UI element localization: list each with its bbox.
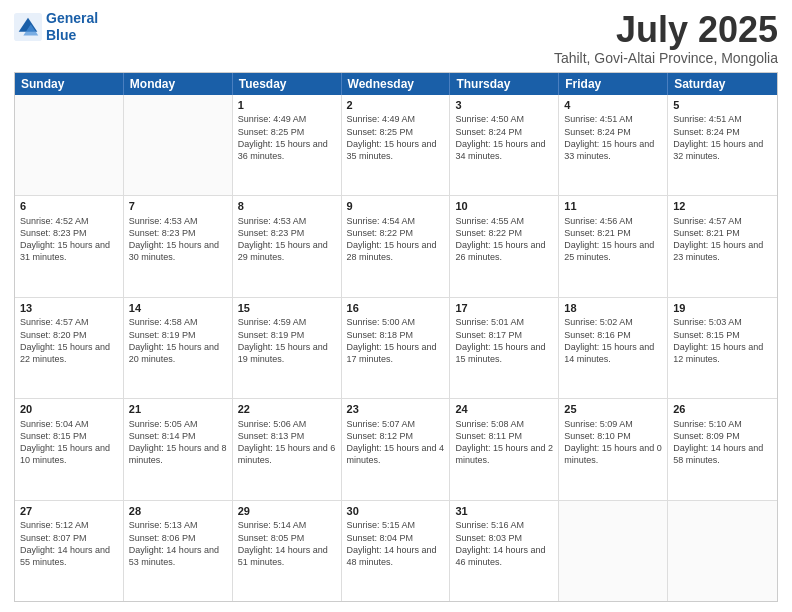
- day-cell-11: 11Sunrise: 4:56 AM Sunset: 8:21 PM Dayli…: [559, 196, 668, 296]
- cell-info: Sunrise: 4:56 AM Sunset: 8:21 PM Dayligh…: [564, 215, 662, 264]
- day-cell-20: 20Sunrise: 5:04 AM Sunset: 8:15 PM Dayli…: [15, 399, 124, 499]
- day-number: 19: [673, 301, 772, 316]
- main-title: July 2025: [554, 10, 778, 50]
- cell-info: Sunrise: 4:53 AM Sunset: 8:23 PM Dayligh…: [238, 215, 336, 264]
- day-number: 22: [238, 402, 336, 417]
- cell-info: Sunrise: 5:06 AM Sunset: 8:13 PM Dayligh…: [238, 418, 336, 467]
- day-number: 2: [347, 98, 445, 113]
- cell-info: Sunrise: 4:51 AM Sunset: 8:24 PM Dayligh…: [564, 113, 662, 162]
- day-number: 16: [347, 301, 445, 316]
- day-cell-23: 23Sunrise: 5:07 AM Sunset: 8:12 PM Dayli…: [342, 399, 451, 499]
- day-number: 18: [564, 301, 662, 316]
- cell-info: Sunrise: 5:16 AM Sunset: 8:03 PM Dayligh…: [455, 519, 553, 568]
- day-cell-25: 25Sunrise: 5:09 AM Sunset: 8:10 PM Dayli…: [559, 399, 668, 499]
- day-cell-3: 3Sunrise: 4:50 AM Sunset: 8:24 PM Daylig…: [450, 95, 559, 195]
- day-number: 27: [20, 504, 118, 519]
- cell-info: Sunrise: 5:03 AM Sunset: 8:15 PM Dayligh…: [673, 316, 772, 365]
- logo-icon: [14, 13, 42, 41]
- cell-info: Sunrise: 5:10 AM Sunset: 8:09 PM Dayligh…: [673, 418, 772, 467]
- cell-info: Sunrise: 4:51 AM Sunset: 8:24 PM Dayligh…: [673, 113, 772, 162]
- calendar-row-3: 13Sunrise: 4:57 AM Sunset: 8:20 PM Dayli…: [15, 298, 777, 399]
- cell-info: Sunrise: 4:57 AM Sunset: 8:20 PM Dayligh…: [20, 316, 118, 365]
- calendar: SundayMondayTuesdayWednesdayThursdayFrid…: [14, 72, 778, 602]
- day-cell-2: 2Sunrise: 4:49 AM Sunset: 8:25 PM Daylig…: [342, 95, 451, 195]
- day-cell-13: 13Sunrise: 4:57 AM Sunset: 8:20 PM Dayli…: [15, 298, 124, 398]
- cell-info: Sunrise: 5:14 AM Sunset: 8:05 PM Dayligh…: [238, 519, 336, 568]
- day-cell-15: 15Sunrise: 4:59 AM Sunset: 8:19 PM Dayli…: [233, 298, 342, 398]
- day-number: 20: [20, 402, 118, 417]
- calendar-header: SundayMondayTuesdayWednesdayThursdayFrid…: [15, 73, 777, 95]
- day-number: 7: [129, 199, 227, 214]
- day-cell-8: 8Sunrise: 4:53 AM Sunset: 8:23 PM Daylig…: [233, 196, 342, 296]
- day-cell-12: 12Sunrise: 4:57 AM Sunset: 8:21 PM Dayli…: [668, 196, 777, 296]
- day-cell-29: 29Sunrise: 5:14 AM Sunset: 8:05 PM Dayli…: [233, 501, 342, 601]
- cell-info: Sunrise: 5:01 AM Sunset: 8:17 PM Dayligh…: [455, 316, 553, 365]
- day-cell-6: 6Sunrise: 4:52 AM Sunset: 8:23 PM Daylig…: [15, 196, 124, 296]
- cell-info: Sunrise: 4:59 AM Sunset: 8:19 PM Dayligh…: [238, 316, 336, 365]
- day-number: 23: [347, 402, 445, 417]
- cell-info: Sunrise: 5:05 AM Sunset: 8:14 PM Dayligh…: [129, 418, 227, 467]
- day-cell-17: 17Sunrise: 5:01 AM Sunset: 8:17 PM Dayli…: [450, 298, 559, 398]
- cell-info: Sunrise: 5:04 AM Sunset: 8:15 PM Dayligh…: [20, 418, 118, 467]
- day-number: 11: [564, 199, 662, 214]
- day-number: 26: [673, 402, 772, 417]
- header: General Blue July 2025 Tahilt, Govi-Alta…: [14, 10, 778, 66]
- day-number: 25: [564, 402, 662, 417]
- day-number: 28: [129, 504, 227, 519]
- cell-info: Sunrise: 4:57 AM Sunset: 8:21 PM Dayligh…: [673, 215, 772, 264]
- logo-text: General Blue: [46, 10, 98, 44]
- day-cell-26: 26Sunrise: 5:10 AM Sunset: 8:09 PM Dayli…: [668, 399, 777, 499]
- cell-info: Sunrise: 5:02 AM Sunset: 8:16 PM Dayligh…: [564, 316, 662, 365]
- cell-info: Sunrise: 5:08 AM Sunset: 8:11 PM Dayligh…: [455, 418, 553, 467]
- day-number: 4: [564, 98, 662, 113]
- cell-info: Sunrise: 4:49 AM Sunset: 8:25 PM Dayligh…: [238, 113, 336, 162]
- header-day-monday: Monday: [124, 73, 233, 95]
- day-number: 1: [238, 98, 336, 113]
- empty-cell: [15, 95, 124, 195]
- logo: General Blue: [14, 10, 98, 44]
- day-cell-30: 30Sunrise: 5:15 AM Sunset: 8:04 PM Dayli…: [342, 501, 451, 601]
- day-number: 31: [455, 504, 553, 519]
- day-cell-19: 19Sunrise: 5:03 AM Sunset: 8:15 PM Dayli…: [668, 298, 777, 398]
- header-day-sunday: Sunday: [15, 73, 124, 95]
- cell-info: Sunrise: 5:15 AM Sunset: 8:04 PM Dayligh…: [347, 519, 445, 568]
- cell-info: Sunrise: 4:58 AM Sunset: 8:19 PM Dayligh…: [129, 316, 227, 365]
- cell-info: Sunrise: 4:49 AM Sunset: 8:25 PM Dayligh…: [347, 113, 445, 162]
- day-cell-24: 24Sunrise: 5:08 AM Sunset: 8:11 PM Dayli…: [450, 399, 559, 499]
- day-cell-14: 14Sunrise: 4:58 AM Sunset: 8:19 PM Dayli…: [124, 298, 233, 398]
- cell-info: Sunrise: 4:50 AM Sunset: 8:24 PM Dayligh…: [455, 113, 553, 162]
- header-day-thursday: Thursday: [450, 73, 559, 95]
- day-number: 30: [347, 504, 445, 519]
- day-cell-10: 10Sunrise: 4:55 AM Sunset: 8:22 PM Dayli…: [450, 196, 559, 296]
- empty-cell: [559, 501, 668, 601]
- empty-cell: [124, 95, 233, 195]
- day-cell-9: 9Sunrise: 4:54 AM Sunset: 8:22 PM Daylig…: [342, 196, 451, 296]
- day-number: 5: [673, 98, 772, 113]
- cell-info: Sunrise: 4:54 AM Sunset: 8:22 PM Dayligh…: [347, 215, 445, 264]
- calendar-row-2: 6Sunrise: 4:52 AM Sunset: 8:23 PM Daylig…: [15, 196, 777, 297]
- day-number: 3: [455, 98, 553, 113]
- title-block: July 2025 Tahilt, Govi-Altai Province, M…: [554, 10, 778, 66]
- day-cell-27: 27Sunrise: 5:12 AM Sunset: 8:07 PM Dayli…: [15, 501, 124, 601]
- cell-info: Sunrise: 5:09 AM Sunset: 8:10 PM Dayligh…: [564, 418, 662, 467]
- day-number: 6: [20, 199, 118, 214]
- cell-info: Sunrise: 4:52 AM Sunset: 8:23 PM Dayligh…: [20, 215, 118, 264]
- calendar-row-5: 27Sunrise: 5:12 AM Sunset: 8:07 PM Dayli…: [15, 501, 777, 601]
- cell-info: Sunrise: 5:13 AM Sunset: 8:06 PM Dayligh…: [129, 519, 227, 568]
- cell-info: Sunrise: 4:53 AM Sunset: 8:23 PM Dayligh…: [129, 215, 227, 264]
- day-cell-7: 7Sunrise: 4:53 AM Sunset: 8:23 PM Daylig…: [124, 196, 233, 296]
- day-number: 13: [20, 301, 118, 316]
- day-cell-4: 4Sunrise: 4:51 AM Sunset: 8:24 PM Daylig…: [559, 95, 668, 195]
- day-cell-18: 18Sunrise: 5:02 AM Sunset: 8:16 PM Dayli…: [559, 298, 668, 398]
- header-day-saturday: Saturday: [668, 73, 777, 95]
- day-number: 21: [129, 402, 227, 417]
- subtitle: Tahilt, Govi-Altai Province, Mongolia: [554, 50, 778, 66]
- day-number: 29: [238, 504, 336, 519]
- day-cell-1: 1Sunrise: 4:49 AM Sunset: 8:25 PM Daylig…: [233, 95, 342, 195]
- header-day-wednesday: Wednesday: [342, 73, 451, 95]
- header-day-tuesday: Tuesday: [233, 73, 342, 95]
- header-day-friday: Friday: [559, 73, 668, 95]
- day-number: 14: [129, 301, 227, 316]
- cell-info: Sunrise: 5:07 AM Sunset: 8:12 PM Dayligh…: [347, 418, 445, 467]
- empty-cell: [668, 501, 777, 601]
